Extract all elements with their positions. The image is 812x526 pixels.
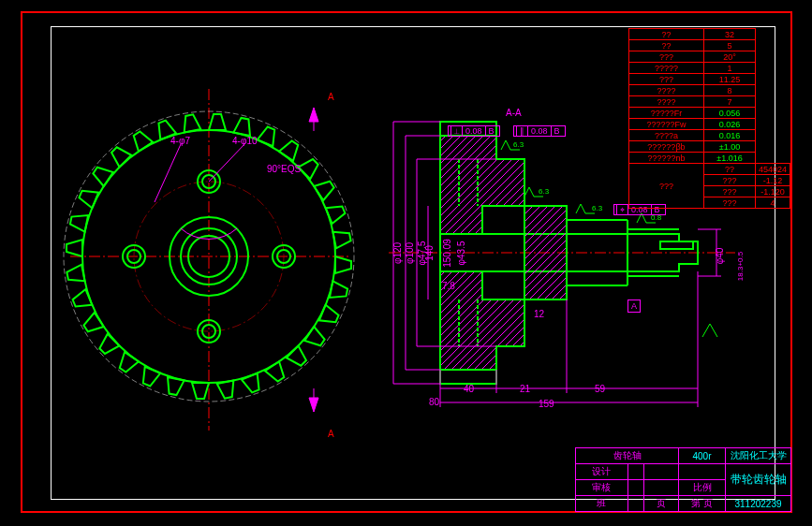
dim-d2: φ100 (405, 242, 415, 264)
svg-line-16 (155, 144, 181, 202)
svg-marker-19 (309, 108, 318, 122)
dim-d8: 80 (429, 397, 439, 407)
surf-3: 6.3 (592, 204, 602, 212)
svg-rect-35 (440, 370, 496, 384)
surf-1: 6.3 (513, 140, 524, 149)
dim-seg1: 12 (534, 309, 544, 319)
hole-label-2: 4-φ10 (232, 136, 258, 146)
datum-a: A (627, 300, 641, 313)
dim-d6: φ43.5 (456, 241, 466, 266)
svg-rect-24 (524, 206, 567, 300)
title-block: 齿轮轴 400r 沈阳化工大学 设计 带轮齿轮轴 审核 比例 班 页 第 页 3… (575, 447, 791, 512)
arrow-label-top: A (328, 92, 334, 102)
dim-total: 159 (539, 399, 554, 409)
dim-shaft-d: φ40 (715, 248, 725, 265)
svg-line-17 (209, 142, 246, 182)
dim-len3: 59 (595, 384, 605, 394)
gear-drawing (61, 89, 379, 445)
section-label: A-A (506, 108, 522, 118)
fcf-1: ⟂0.08B (448, 125, 500, 137)
dim-len2: 21 (520, 384, 530, 394)
svg-rect-40 (660, 241, 693, 249)
parameter-table: ??32 ??5 ???20° ?????1 ???11.25 ????8 ??… (628, 28, 790, 209)
arrow-label-bottom: A (328, 429, 334, 439)
angle-label: 90°EQS (267, 164, 301, 174)
hole-label-1: 4-φ7 (170, 136, 190, 146)
dim-d7: 7.8 (442, 281, 455, 291)
dim-len1: 40 (464, 384, 474, 394)
surf-2: 6.3 (539, 187, 549, 196)
dim-d5: 150.09 (442, 239, 452, 268)
dim-d1: φ120 (392, 242, 403, 264)
fcf-2: ∥0.08B (513, 125, 566, 137)
dim-end-h: 18.3+0.5 (736, 252, 745, 281)
dim-d4: 140 (424, 245, 435, 261)
svg-marker-21 (309, 398, 318, 412)
